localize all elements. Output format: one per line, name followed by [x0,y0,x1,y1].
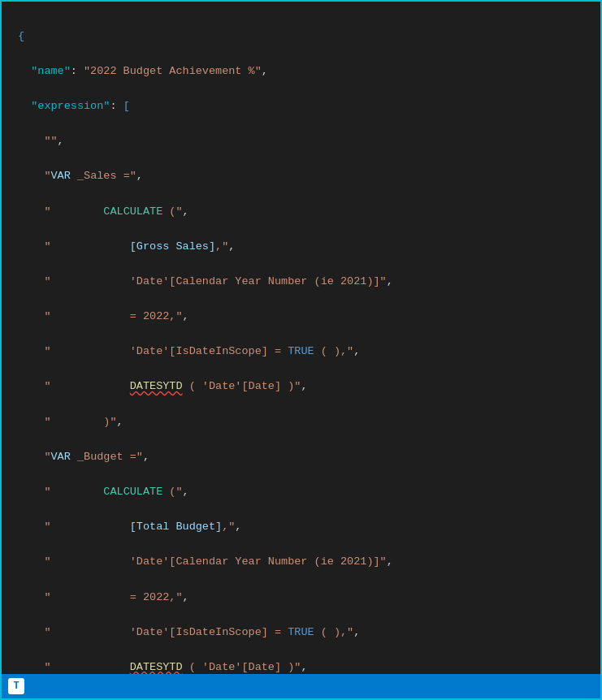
code-area[interactable]: { "name": "2022 Budget Achievement %", "… [2,2,600,700]
line-8: " 'Date'[Calendar Year Number (ie 2021)]… [18,273,584,291]
line-10: " 'Date'[IsDateInScope] = TRUE ( ),", [18,343,584,361]
line-18: " 'Date'[IsDateInScope] = TRUE ( ),", [18,624,584,642]
line-3: "expression": [ [18,97,584,115]
line-1: { [18,28,584,45]
line-6: " CALCULATE (", [18,203,584,221]
line-14: " CALCULATE (", [18,483,584,501]
t-icon: T [8,678,24,694]
icon-label: T [13,681,19,692]
line-5: "VAR _Sales =", [18,167,584,185]
line-7: " [Gross Sales],", [18,238,584,256]
line-4: "", [18,132,584,150]
line-13: "VAR _Budget =", [18,448,584,466]
line-16: " 'Date'[Calendar Year Number (ie 2021)]… [18,553,584,571]
line-9: " = 2022,", [18,308,584,326]
line-12: " )", [18,413,584,431]
line-11: " DATESYTD ( 'Date'[Date] )", [18,378,584,395]
editor-container: { "name": "2022 Budget Achievement %", "… [0,0,602,700]
line-15: " [Total Budget],", [18,518,584,536]
bottom-bar: T [2,674,600,698]
line-2: "name": "2022 Budget Achievement %", [18,63,584,80]
line-17: " = 2022,", [18,589,584,607]
